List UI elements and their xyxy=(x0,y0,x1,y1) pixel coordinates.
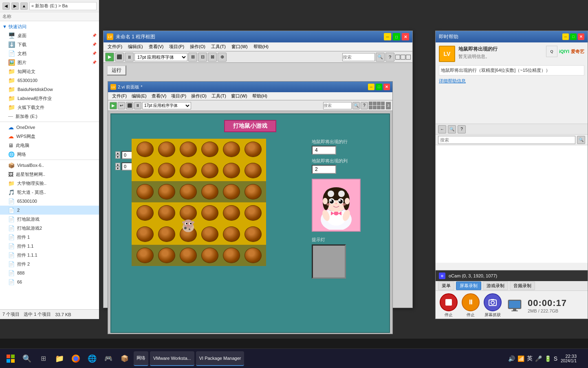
ocam-pause-btn[interactable]: ⏸ xyxy=(462,293,480,311)
labview-close-btn[interactable]: ✕ xyxy=(402,33,409,40)
vi-menu-edit[interactable]: 编辑(E) xyxy=(129,92,149,100)
taskbar-vipackage-active[interactable]: VI Package Manager xyxy=(196,351,244,366)
hole-4-5[interactable] xyxy=(223,205,240,221)
ocam-tab-game[interactable]: 游戏录制 xyxy=(483,282,508,290)
vi-minimize-btn[interactable]: ─ xyxy=(368,84,374,90)
tray-icon-mic[interactable]: 🎤 xyxy=(535,355,542,362)
help-minimize-btn[interactable]: ─ xyxy=(562,33,569,40)
help-close-btn[interactable]: ✕ xyxy=(578,33,584,40)
labview-maximize-btn[interactable]: □ xyxy=(393,33,400,40)
pause-btn[interactable]: ⏸ xyxy=(125,53,134,62)
vi-pause-btn[interactable]: ⏸ xyxy=(134,102,141,109)
hole-1-1[interactable] xyxy=(137,142,154,157)
help-search-btn-small[interactable]: 🔍 xyxy=(448,125,456,133)
vi-font-selector[interactable]: 17pt 应用程序字体 xyxy=(142,102,191,109)
sidebar-item-network[interactable]: 🌐 网络 xyxy=(0,150,99,159)
sidebar-item-labview[interactable]: 📁 Labview程序作业 xyxy=(0,94,99,103)
taskbar-taskview-btn[interactable]: ⊞ xyxy=(36,351,51,366)
vi-menu-window[interactable]: 窗口(W) xyxy=(229,92,250,100)
help-forward-btn[interactable]: ? xyxy=(458,125,466,133)
hole-5-6[interactable] xyxy=(244,226,262,242)
sidebar-item-docs[interactable]: 📄 文档 📌 xyxy=(0,49,99,58)
ocam-tab-screen[interactable]: 屏幕录制 xyxy=(456,282,481,290)
vi-menu-file[interactable]: 文件(F) xyxy=(110,92,129,100)
score2-up-btn[interactable]: ▲ xyxy=(115,163,120,166)
hole-6-3[interactable] xyxy=(180,248,197,263)
tray-icon-battery[interactable]: 🔋 xyxy=(544,355,551,362)
hole-4-1[interactable] xyxy=(137,205,154,221)
vi-search-btn[interactable]: 🔍 xyxy=(352,102,360,109)
vi-close-btn[interactable]: ✕ xyxy=(383,84,390,90)
sidebar-item-pictures[interactable]: 🖼️ 图片 📌 xyxy=(0,58,99,67)
taskbar-files-btn[interactable]: 📁 xyxy=(52,351,67,366)
search-btn-main[interactable]: 🔍 xyxy=(376,53,385,62)
hole-3-3[interactable] xyxy=(180,184,197,200)
abort-btn[interactable]: ⬛ xyxy=(115,53,124,62)
sidebar-item-65300100[interactable]: 📁 65300100 xyxy=(0,76,99,85)
hole-2-6[interactable] xyxy=(244,163,262,178)
path-bar[interactable]: « 新加卷 (E:) > Ba xyxy=(29,2,97,10)
file-item-physics[interactable]: 📁 大学物理实验.. xyxy=(0,179,99,188)
up-btn[interactable]: ▲ xyxy=(20,2,28,10)
taskbar-misc2-btn[interactable]: 📦 xyxy=(117,351,132,366)
quick-access-header[interactable]: ▼快速访问 xyxy=(0,22,99,31)
labview-minimize-btn[interactable]: ─ xyxy=(384,33,391,40)
hole-1-3[interactable] xyxy=(180,142,197,157)
file-item-virtualbox[interactable]: 📦 VirtualBox-6.. xyxy=(0,161,99,170)
menu-help-main[interactable]: 帮助(H) xyxy=(251,43,271,51)
sidebar-item-desktop[interactable]: 🖥️ 桌面 📌 xyxy=(0,31,99,40)
show-desktop-btn[interactable] xyxy=(580,351,583,366)
vi-menu-help[interactable]: 帮助(H) xyxy=(250,92,270,100)
hole-5-3-with-mole[interactable] xyxy=(180,226,197,242)
hole-3-5[interactable] xyxy=(223,184,240,200)
file-item-ctrl111[interactable]: 📄 控件 1.1.1 xyxy=(0,251,99,259)
file-item-888[interactable]: 📄 888 xyxy=(0,268,99,277)
help-maximize-btn[interactable]: □ xyxy=(570,33,577,40)
hole-1-2[interactable] xyxy=(158,142,175,157)
sidebar-item-zhiwang[interactable]: 📁 知网论文 xyxy=(0,67,99,76)
search-input-main[interactable] xyxy=(342,53,375,61)
hole-3-4[interactable] xyxy=(201,184,218,200)
hole-6-2[interactable] xyxy=(158,248,175,263)
help-back-btn[interactable]: ← xyxy=(438,125,446,133)
menu-tools-main[interactable]: 工具(T) xyxy=(209,43,228,51)
vi-menu-tools[interactable]: 工具(T) xyxy=(209,92,229,100)
hole-4-6[interactable] xyxy=(244,205,262,221)
hole-1-5[interactable] xyxy=(223,142,240,157)
file-item-2[interactable]: 📄 2 xyxy=(0,206,99,215)
hole-6-4[interactable] xyxy=(201,248,218,263)
hole-6-5[interactable] xyxy=(223,248,240,263)
file-item-mole-game2[interactable]: 📄 打地鼠游戏2 xyxy=(0,224,99,233)
hole-5-2[interactable] xyxy=(158,226,175,242)
run-btn-main[interactable]: ▶ xyxy=(105,53,114,62)
vi-run-btn[interactable]: ▶ xyxy=(110,102,117,109)
file-item-ctrl11[interactable]: 📄 控件 1.1 xyxy=(0,242,99,251)
sidebar-item-downloads[interactable]: ⬇️ 下载 📌 xyxy=(0,40,99,49)
hole-5-1[interactable] xyxy=(137,226,154,242)
help-search-execute-btn[interactable]: 🔍 xyxy=(577,136,585,144)
hole-1-4[interactable] xyxy=(201,142,218,157)
vi-menu-view[interactable]: 查看(V) xyxy=(149,92,169,100)
vi-maximize-btn[interactable]: □ xyxy=(376,84,382,90)
menu-ops-main[interactable]: 操作(O) xyxy=(187,43,208,51)
file-item-ctrl1[interactable]: 📄 控件 1 xyxy=(0,233,99,242)
taskbar-network-active[interactable]: 网络 xyxy=(134,351,148,366)
file-item-music[interactable]: 🎵 鸵大道 - 莫惑.. xyxy=(0,188,99,197)
help-search-input[interactable] xyxy=(438,136,575,144)
hole-5-5[interactable] xyxy=(223,226,240,242)
reorder-btn[interactable]: ⊕ xyxy=(218,53,227,62)
hole-3-1[interactable] xyxy=(137,184,154,200)
hole-1-6[interactable] xyxy=(244,142,262,157)
taskbar-edge-btn[interactable]: 🌐 xyxy=(85,351,99,366)
sidebar-item-baidu[interactable]: 📁 BaiduNetdiskDow xyxy=(0,85,99,94)
tray-icon-1[interactable]: 🔊 xyxy=(508,355,515,362)
ocam-stop-btn[interactable] xyxy=(440,293,458,311)
clock-display[interactable]: 22:33 2024/1/1 xyxy=(561,354,577,363)
file-item-mole-game[interactable]: 📄 打地鼠游戏 xyxy=(0,215,99,224)
resize-btn[interactable]: ⊠ xyxy=(208,53,217,62)
score2-down-btn[interactable]: ▼ xyxy=(115,166,120,170)
tray-icon-sougou[interactable]: S xyxy=(554,355,557,362)
file-item-66[interactable]: 📄 66 xyxy=(0,277,99,286)
hole-6-6[interactable] xyxy=(244,248,262,263)
forward-btn[interactable]: ▶ xyxy=(11,2,19,10)
